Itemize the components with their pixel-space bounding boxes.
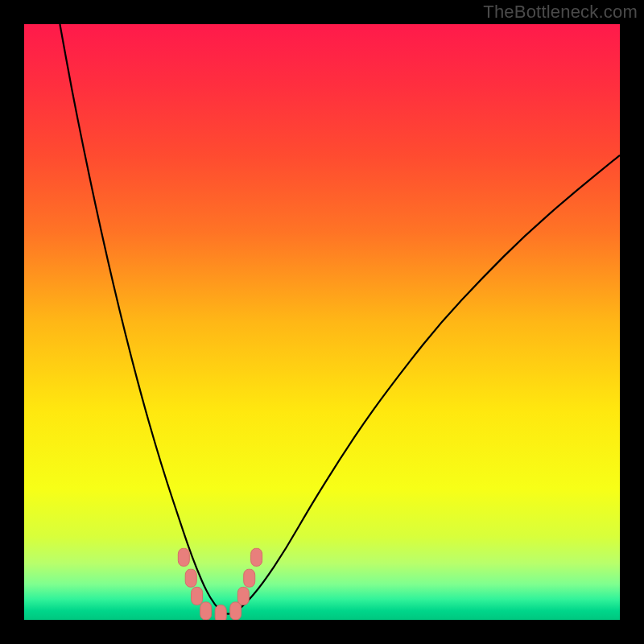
chart-svg	[24, 24, 620, 620]
highlight-marker	[185, 569, 196, 587]
highlight-marker	[200, 602, 212, 620]
highlight-marker	[230, 602, 242, 620]
highlight-marker	[178, 548, 189, 566]
highlight-marker	[215, 605, 226, 620]
plot-area	[24, 24, 620, 620]
highlight-marker	[244, 569, 255, 587]
highlight-marker	[192, 587, 203, 605]
watermark-text: TheBottleneck.com	[483, 2, 638, 23]
gradient-background	[24, 24, 620, 620]
highlight-marker	[251, 548, 262, 566]
highlight-marker	[237, 587, 249, 605]
chart-frame: TheBottleneck.com	[0, 0, 644, 644]
